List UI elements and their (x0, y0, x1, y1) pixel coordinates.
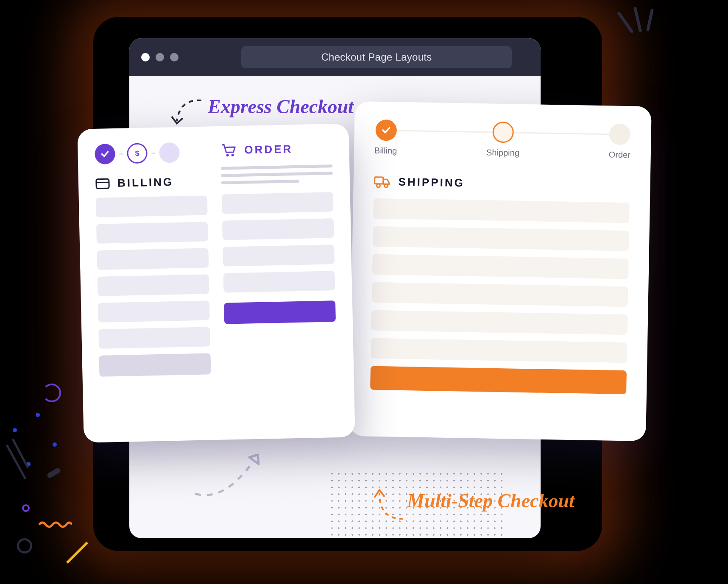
text-line (221, 172, 333, 177)
svg-text:$: $ (135, 149, 139, 158)
checkmark-icon (100, 149, 110, 159)
input-field[interactable] (98, 274, 209, 296)
step-current[interactable]: $ (127, 143, 148, 164)
traffic-lights (141, 53, 179, 61)
express-checkout-card: $ BILLING ORDER (77, 123, 355, 442)
progress-stepper: Billing Shipping Order (374, 120, 631, 160)
title-field: Checkout Page Layouts (241, 46, 512, 68)
spark-doodle (615, 6, 661, 44)
checkmark-icon (380, 125, 391, 136)
cart-icon (220, 143, 237, 158)
svg-point-7 (384, 184, 388, 187)
credit-card-icon (95, 178, 110, 189)
progress-stepper: $ (95, 142, 206, 164)
step-label: Billing (374, 146, 397, 156)
window-dot[interactable] (170, 53, 179, 61)
input-field[interactable] (98, 327, 210, 348)
svg-line-9 (7, 445, 25, 479)
page-title: Checkout Page Layouts (321, 51, 432, 63)
svg-rect-5 (375, 177, 383, 184)
order-column: ORDER (220, 139, 338, 424)
titlebar: Checkout Page Layouts (129, 38, 541, 76)
step-order[interactable]: Order (608, 123, 631, 160)
shipping-title: SHIPPING (398, 175, 465, 190)
input-field[interactable] (97, 248, 209, 270)
input-field[interactable] (372, 282, 628, 307)
ring-doodle (17, 538, 32, 553)
multistep-checkout-label: Multi-Step Checkout (407, 489, 575, 512)
circle-doodle (22, 504, 30, 512)
order-item (223, 245, 335, 266)
svg-point-3 (226, 154, 229, 156)
dot-doodle (13, 428, 17, 432)
express-checkout-label: Express Checkout (208, 95, 354, 118)
continue-button[interactable] (370, 366, 627, 395)
order-item (222, 218, 334, 240)
svg-line-12 (635, 8, 640, 31)
input-field[interactable] (371, 310, 628, 335)
step-complete[interactable] (95, 144, 115, 164)
step-label: Order (608, 150, 630, 160)
svg-rect-1 (96, 179, 109, 189)
svg-line-2 (96, 182, 109, 183)
dollar-icon: $ (132, 149, 142, 158)
arrow-icon (367, 486, 409, 524)
billing-heading: BILLING (95, 175, 207, 190)
order-item (222, 192, 334, 214)
dot-doodle (36, 413, 40, 417)
checkout-button[interactable] (224, 300, 336, 324)
step-shipping[interactable]: Shipping (486, 121, 520, 158)
bar-doodle (46, 467, 61, 478)
svg-line-13 (648, 10, 652, 30)
diagonal-doodle (65, 541, 89, 565)
step-label: Shipping (486, 147, 519, 158)
svg-point-4 (232, 154, 234, 156)
lines-doodle (4, 437, 30, 487)
multistep-checkout-card: Billing Shipping Order SHIPPING (349, 101, 652, 441)
window-dot[interactable] (156, 53, 164, 61)
svg-line-11 (619, 14, 632, 31)
input-field[interactable] (373, 198, 630, 223)
truck-icon (374, 175, 391, 188)
billing-title: BILLING (117, 175, 174, 190)
svg-line-10 (13, 439, 28, 468)
step-billing[interactable]: Billing (374, 120, 398, 156)
dot-doodle (53, 442, 57, 447)
input-field[interactable] (99, 353, 211, 376)
input-field[interactable] (96, 222, 208, 243)
input-field[interactable] (98, 300, 210, 322)
window-dot[interactable] (141, 53, 150, 61)
order-item (223, 271, 335, 292)
spiral-doodle (42, 384, 61, 402)
svg-point-6 (377, 184, 380, 187)
text-line (221, 164, 332, 170)
input-field[interactable] (372, 254, 629, 279)
input-field[interactable] (96, 195, 208, 217)
step-pending[interactable] (159, 142, 180, 163)
shipping-heading: SHIPPING (374, 175, 630, 193)
input-field[interactable] (371, 338, 627, 363)
arrow-icon (191, 447, 276, 506)
wavy-doodle (38, 520, 72, 529)
billing-column: $ BILLING (95, 142, 212, 427)
text-line (221, 180, 299, 184)
svg-line-8 (67, 542, 87, 563)
input-field[interactable] (373, 226, 629, 251)
order-title: ORDER (244, 142, 293, 156)
